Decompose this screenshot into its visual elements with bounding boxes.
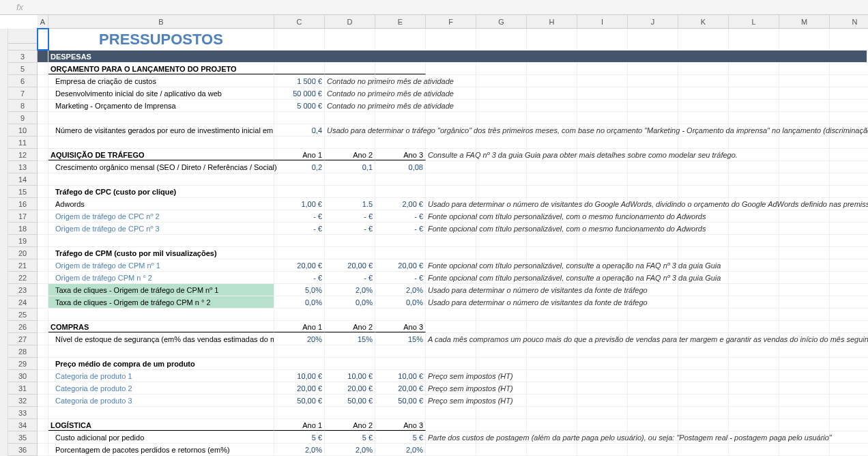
orcamento-header[interactable]: ORÇAMENTO PARA O LANÇAMENTO DO PROJETO: [48, 63, 274, 74]
cell-note[interactable]: Fonte opcional com título personalizável…: [426, 259, 476, 271]
cell-value[interactable]: 2,0%: [325, 284, 375, 296]
cell-value[interactable]: 5,0%: [274, 284, 325, 296]
cell-value[interactable]: - €: [375, 223, 426, 234]
cell-note[interactable]: Contado no primeiro mês de atividade: [325, 75, 375, 87]
cell-value[interactable]: 1.5: [325, 198, 375, 210]
row-hdr-27[interactable]: 27: [8, 333, 37, 345]
cell-note[interactable]: Usado para determinar o tráfego "orgânic…: [325, 124, 375, 136]
cell-label[interactable]: Número de visitantes gerados por euro de…: [48, 124, 274, 136]
cell-label[interactable]: Origem de tráfego de CPC nº 3: [48, 223, 274, 234]
col-hdr-M[interactable]: M: [779, 15, 830, 28]
cell-value[interactable]: 5 €: [274, 431, 325, 443]
row-hdr-32[interactable]: 32: [8, 395, 37, 407]
row-hdr-16[interactable]: 16: [8, 198, 37, 210]
col-hdr-D[interactable]: D: [325, 15, 375, 28]
row-hdr-21[interactable]: 21: [8, 259, 37, 272]
row-hdr-20[interactable]: 20: [8, 247, 37, 259]
col-hdr-I[interactable]: I: [577, 15, 628, 28]
col-hdr-L[interactable]: L: [729, 15, 779, 28]
row-hdr-24[interactable]: 24: [8, 296, 37, 309]
cell-value[interactable]: 0,2: [274, 161, 325, 173]
cell-value[interactable]: 50,00 €: [274, 395, 325, 406]
row-hdr-33[interactable]: 33: [8, 407, 37, 419]
cell-value[interactable]: 20,00 €: [325, 259, 375, 271]
cell-value[interactable]: 1 500 €: [274, 75, 325, 87]
row-hdr-8[interactable]: 8: [8, 100, 37, 112]
cell-value[interactable]: 5 €: [375, 431, 426, 443]
row-hdr-9[interactable]: 9: [8, 112, 37, 124]
despesas-header[interactable]: DESPESAS: [48, 51, 867, 62]
logistica-header[interactable]: LOGÍSTICA: [48, 419, 274, 431]
row-hdr-17[interactable]: 17: [8, 210, 37, 223]
cell-value[interactable]: 0,1: [325, 161, 375, 173]
cell-value[interactable]: 20%: [274, 333, 325, 345]
cell-value[interactable]: 20,00 €: [325, 382, 375, 394]
year-3[interactable]: Ano 3: [375, 321, 426, 332]
cell-value[interactable]: 10,00 €: [375, 370, 426, 382]
cell-label[interactable]: Origem de tráfego de CPC nº 2: [48, 210, 274, 222]
cell-label[interactable]: Categoria de produto 1: [48, 370, 274, 382]
cell-note[interactable]: Contado no primeiro mês de atividade: [325, 100, 375, 111]
col-hdr-B[interactable]: B: [48, 15, 274, 28]
cell-value[interactable]: - €: [325, 223, 375, 234]
cell-note[interactable]: Preço sem impostos (HT): [426, 395, 476, 406]
cell-value[interactable]: 2,0%: [325, 444, 375, 455]
cell-value[interactable]: - €: [325, 272, 375, 283]
cell-value[interactable]: 20,00 €: [375, 382, 426, 394]
outline-gutter[interactable]: [0, 29, 8, 456]
cell-label[interactable]: Desenvolvimento inicial do site / aplica…: [48, 87, 274, 99]
cell-value[interactable]: 1,00 €: [274, 198, 325, 210]
cell-value[interactable]: 2,0%: [375, 284, 426, 296]
cell-label[interactable]: Categoria de produto 3: [48, 395, 274, 406]
cell-label[interactable]: Taxa de cliques - Origem de tráfego de C…: [48, 284, 274, 296]
sub-header[interactable]: Preço médio de compra de um produto: [48, 358, 274, 369]
row-hdr-3[interactable]: 3: [8, 51, 37, 63]
section-note[interactable]: Consulte a FAQ nº 3 da guia Guia para ob…: [426, 149, 476, 160]
cell-value[interactable]: - €: [274, 223, 325, 234]
cell-note[interactable]: Contado no primeiro mês de atividade: [325, 87, 375, 99]
cell-note[interactable]: Preço sem impostos (HT): [426, 370, 476, 382]
row-hdr-28[interactable]: 28: [8, 345, 37, 358]
cell-value[interactable]: 5 €: [325, 431, 375, 443]
row-hdr-7[interactable]: 7: [8, 87, 37, 100]
row-hdr-11[interactable]: 11: [8, 137, 37, 149]
col-hdr-K[interactable]: K: [678, 15, 729, 28]
cell-note[interactable]: Fonte opcional com título personalizável…: [426, 223, 476, 234]
cell-A1[interactable]: [38, 29, 48, 50]
row-hdr-19[interactable]: 19: [8, 235, 37, 247]
row-hdr-35[interactable]: 35: [8, 431, 37, 444]
row-hdr-18[interactable]: 18: [8, 223, 37, 235]
sub-header[interactable]: Tráfego de CPM (custo por mil visualizaç…: [48, 247, 274, 259]
cell-value[interactable]: 0,4: [274, 124, 325, 136]
cell-value[interactable]: 20,00 €: [274, 259, 325, 271]
compras-header[interactable]: COMPRAS: [48, 321, 274, 332]
cell-value[interactable]: - €: [375, 272, 426, 283]
row-hdr-13[interactable]: 13: [8, 161, 37, 173]
cell-label[interactable]: Origem de tráfego de CPM nº 1: [48, 259, 274, 271]
row-hdr-23[interactable]: 23: [8, 284, 37, 296]
cell-label[interactable]: Adwords: [48, 198, 274, 210]
cell-value[interactable]: 20,00 €: [375, 259, 426, 271]
row-hdr-29[interactable]: 29: [8, 358, 37, 370]
row-hdr-31[interactable]: 31: [8, 382, 37, 395]
col-hdr-F[interactable]: F: [426, 15, 476, 28]
cell-value[interactable]: 50,00 €: [375, 395, 426, 406]
cell-value[interactable]: 5 000 €: [274, 100, 325, 111]
spreadsheet-grid[interactable]: PRESSUPOSTOS DESPESAS ORÇAMENTO PARA O L…: [38, 29, 868, 456]
row-hdr-14[interactable]: 14: [8, 173, 37, 186]
cell-value[interactable]: 0,08: [375, 161, 426, 173]
cell-label[interactable]: Porcentagem de pacotes perdidos e retorn…: [48, 444, 274, 455]
cell-note[interactable]: Fonte opcional com título personalizável…: [426, 210, 476, 222]
cell-value[interactable]: 50 000 €: [274, 87, 325, 99]
cell-value[interactable]: 20,00 €: [274, 382, 325, 394]
formula-bar[interactable]: fx: [0, 0, 868, 15]
year-2[interactable]: Ano 2: [325, 321, 375, 332]
col-hdr-G[interactable]: G: [476, 15, 527, 28]
cell-label[interactable]: Taxa de cliques - Origem de tráfego CPM …: [48, 296, 274, 308]
cell-note[interactable]: Usado para determinar o número de visita…: [426, 284, 476, 296]
cell-label[interactable]: Marketing - Orçamento de Imprensa: [48, 100, 274, 111]
cell-label[interactable]: Origem de tráfego CPM n ° 2: [48, 272, 274, 283]
col-hdr-A[interactable]: A: [38, 15, 48, 28]
row-hdr-5[interactable]: 5: [8, 63, 37, 75]
row-hdr-15[interactable]: 15: [8, 186, 37, 198]
